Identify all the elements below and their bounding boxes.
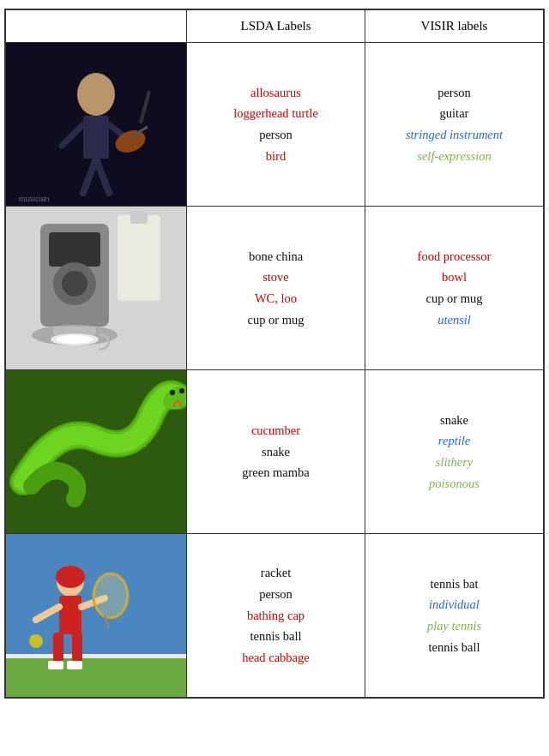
svg-rect-38 (67, 661, 82, 669)
lsda-cell-3: cucumbersnakegreen mamba (187, 370, 365, 534)
svg-point-33 (56, 566, 85, 588)
label-item: self-expression (371, 146, 538, 167)
label-item: tennis ball (192, 626, 359, 647)
svg-rect-21 (130, 211, 148, 224)
header-row: LSDA Labels VISIR labels (6, 10, 544, 43)
lsda-cell-1: allosaurusloggerhead turtlepersonbird (187, 43, 365, 207)
label-item: green mamba (192, 462, 359, 483)
lsda-cell-4: racketpersonbathing captennis ballhead c… (187, 534, 365, 698)
label-item: slithery (371, 452, 538, 473)
svg-point-19 (56, 335, 94, 344)
label-item: allosaurus (192, 82, 359, 104)
header-lsda: LSDA Labels (187, 10, 365, 43)
label-item: snake (192, 441, 359, 463)
image-1: musician (6, 43, 186, 206)
table-row-4: racketpersonbathing captennis ballhead c… (6, 534, 544, 698)
label-item: tennis bat (371, 573, 538, 595)
label-item: bird (192, 146, 359, 167)
svg-rect-31 (6, 654, 186, 658)
label-item: play tennis (371, 615, 538, 637)
visir-cell-2: food processorbowlcup or mugutensil (365, 207, 544, 370)
label-item: snake (371, 410, 538, 431)
label-item: person (192, 584, 359, 605)
svg-point-1 (77, 73, 115, 116)
label-item: bowl (371, 267, 538, 288)
label-item: stove (192, 267, 359, 288)
label-item: cup or mug (371, 288, 538, 309)
label-item: food processor (371, 246, 538, 267)
svg-point-26 (179, 388, 184, 393)
header-visir: VISIR labels (365, 10, 544, 43)
visir-cell-1: personguitarstringed instrumentself-expr… (365, 43, 544, 207)
label-item: poisonous (371, 473, 538, 495)
svg-rect-36 (72, 633, 82, 663)
image-4 (6, 534, 186, 697)
image-cell-1: musician (6, 43, 187, 207)
svg-rect-20 (118, 215, 160, 301)
table-row-1: musician allosaurusloggerhead turtlepers… (6, 43, 544, 207)
label-item: utensil (371, 309, 538, 331)
visir-cell-4: tennis batindividualplay tennistennis ba… (365, 534, 544, 698)
table-row-3: cucumbersnakegreen mambasnakereptileslit… (6, 370, 544, 534)
label-item: individual (371, 594, 538, 615)
label-item: cucumber (192, 420, 359, 441)
label-item: head cabbage (192, 647, 359, 669)
image-cell-4 (6, 534, 187, 698)
label-item: bathing cap (192, 605, 359, 627)
label-item: tennis ball (371, 637, 538, 658)
image-cell-2 (6, 207, 187, 370)
label-item: bone china (192, 246, 359, 267)
svg-point-44 (29, 634, 43, 648)
label-item: loggerhead turtle (192, 103, 359, 124)
label-item: WC, loo (192, 288, 359, 309)
visir-cell-3: snakereptileslitherypoisonous (365, 370, 544, 534)
svg-point-25 (170, 390, 175, 395)
svg-rect-2 (83, 116, 109, 159)
image-cell-3 (6, 370, 187, 534)
label-item: person (371, 82, 538, 104)
svg-rect-37 (48, 661, 63, 669)
header-image-col (6, 10, 187, 43)
svg-point-42 (94, 573, 128, 618)
label-item: cup or mug (192, 309, 359, 331)
image-3 (6, 370, 186, 533)
label-item: person (192, 124, 359, 146)
label-item: guitar (371, 103, 538, 124)
svg-rect-34 (59, 596, 81, 634)
label-item: stringed instrument (371, 124, 538, 146)
label-item: racket (192, 562, 359, 584)
svg-point-15 (62, 271, 87, 297)
svg-text:musician: musician (19, 195, 50, 203)
main-table: LSDA Labels VISIR labels musician allosa… (4, 9, 545, 699)
table-row-2: bone chinastoveWC, loocup or mugfood pro… (6, 207, 544, 370)
svg-rect-13 (49, 232, 100, 267)
lsda-cell-2: bone chinastoveWC, loocup or mug (187, 207, 365, 370)
svg-rect-30 (6, 654, 186, 697)
svg-rect-35 (53, 633, 63, 663)
image-2 (6, 207, 186, 369)
label-item: reptile (371, 430, 538, 452)
